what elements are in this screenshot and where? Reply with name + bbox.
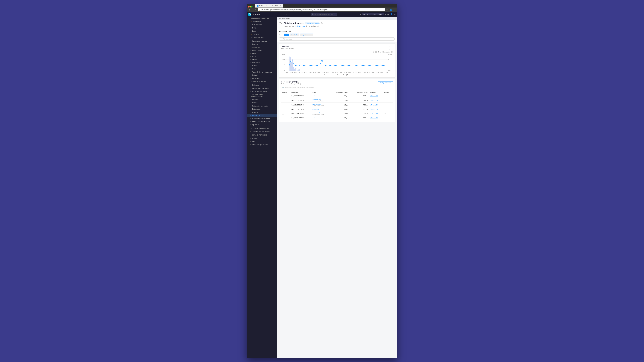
service-link-1[interactable]: 127.0.1.1:80 (370, 99, 378, 101)
view-tab-all[interactable]: All (284, 33, 289, 36)
sidebar-item-problems[interactable]: ★ Problems (247, 33, 277, 36)
name-link-3[interactable]: /index.html (312, 108, 320, 110)
col-service[interactable]: Service ↕ (369, 91, 383, 94)
sidebar-section-header-infrastructure[interactable]: ▼ Infrastructure (247, 36, 277, 39)
sidebar-item-session-segmentation[interactable]: Session segmentation (247, 143, 277, 146)
actions-btn-0[interactable]: ··· (384, 95, 386, 97)
show-data-retention-toggle[interactable] (373, 51, 377, 53)
sidebar-item-docker[interactable]: Docker (247, 64, 277, 67)
sidebar-item-metrics[interactable]: Metrics (247, 26, 277, 29)
sidebar-item-mobile[interactable]: Mobile (247, 137, 277, 140)
sidebar-item-profiling[interactable]: Profiling and optimization (247, 120, 277, 123)
col-response-time[interactable]: Response Time ↕ (330, 91, 349, 94)
expand-btn-3[interactable]: ▼ (282, 108, 284, 110)
data-retention-info-icon[interactable]: ℹ (391, 51, 393, 53)
service-link-2[interactable]: 127.0.1.1:80 (370, 104, 378, 106)
name-link-1[interactable]: /server-status (312, 99, 321, 100)
sidebar-item-frontend[interactable]: Frontend (247, 98, 277, 101)
sidebar-item-dashboards[interactable]: ★ Dashboards (247, 20, 277, 23)
traces-info-icon[interactable]: ℹ (300, 83, 301, 85)
view-tab-purepaths[interactable]: PurePaths (290, 33, 299, 36)
sidebar-item-cloud-foundry[interactable]: Cloud Foundry (247, 49, 277, 52)
global-search[interactable]: 🔍 Search DanielBalaz: wtt77482... (311, 13, 337, 16)
name-link-5[interactable]: /index.html (312, 117, 320, 119)
sidebar-item-azure[interactable]: Azure (247, 55, 277, 58)
sidebar-subsection-kubernetes[interactable]: ▼ Kubernetes (247, 46, 277, 49)
sidebar-item-data-explorer[interactable]: Data explorer (247, 23, 277, 26)
actions-btn-2[interactable]: ··· (384, 104, 386, 106)
col-name[interactable]: Name ↕ (312, 91, 330, 94)
sidebar-item-smartscape[interactable]: Smartscape topology (247, 39, 277, 43)
name-link-4[interactable]: /server-status (312, 112, 321, 114)
sidebar-item-technologies[interactable]: Technologies and processes (247, 70, 277, 74)
sidebar-item-databases[interactable]: Databases (247, 107, 277, 111)
name-link-0[interactable]: /index.html (312, 95, 320, 97)
sidebar-item-extensions[interactable]: Extensions (247, 77, 277, 80)
sidebar-item-hosts[interactable]: Hosts (247, 67, 277, 70)
expand-btn-0[interactable]: ▼ (282, 95, 284, 97)
service-link-3[interactable]: 127.0.1.1:80 (370, 108, 378, 110)
url-bar[interactable]: 🔒 wtt77482.live.dynatrace.com/ui/diagnos… (258, 8, 385, 11)
grid-view-icon[interactable]: ⊞ (387, 13, 389, 15)
actions-btn-4[interactable]: ··· (384, 112, 386, 115)
dot-yellow[interactable] (250, 6, 251, 7)
sidebar-item-orchestration[interactable]: Orchestration projects (247, 90, 277, 93)
name-link-2[interactable]: /server-status (312, 103, 321, 105)
profile-btn[interactable]: 👤 (389, 8, 392, 11)
sidebar-section-header-app-security[interactable]: ▼ Application Security (247, 126, 277, 130)
sidebar-item-slo[interactable]: Service-level objectives (247, 87, 277, 90)
sidebar-item-network[interactable]: Network (247, 74, 277, 77)
sidebar-item-queues[interactable]: Queues (247, 111, 277, 114)
expand-btn-1[interactable]: ▼ (282, 99, 284, 101)
expand-btn-4[interactable]: ▼ (282, 113, 284, 115)
sidebar-item-k8s-workloads[interactable]: Kubernetes workloads (247, 104, 277, 107)
col-start-time[interactable]: Start time ▲ (290, 91, 312, 94)
date-range[interactable]: Sep 17, 16:31 – Sep 19, 14:21 (362, 13, 384, 15)
service-link-4[interactable]: 127.0.1.1:80 (370, 113, 378, 114)
sidebar-item-synthetic[interactable]: Synthetic (247, 123, 277, 126)
sidebar-item-releases[interactable]: Releases (247, 84, 277, 87)
more-options-icon[interactable]: ⋯ (394, 13, 396, 15)
view-tab-ingested[interactable]: Ingested traces (300, 33, 313, 36)
expand-btn-2[interactable]: ▼ (282, 104, 284, 106)
browser-tab[interactable]: Distributed traces - DanielBal... ✕ (255, 4, 283, 7)
user-icon[interactable]: 👤 (390, 13, 392, 15)
expand-btn-5[interactable]: ▼ (282, 117, 284, 119)
sidebar-section-header-observe[interactable]: ▼ Observe and explore (247, 16, 277, 20)
grid-icon[interactable]: ⊞ (286, 13, 288, 15)
configure-columns-btn[interactable]: Configure columns (378, 81, 393, 84)
col-processing-time[interactable]: Processing time ↕ (349, 91, 369, 94)
sidebar-item-web[interactable]: Web (247, 140, 277, 143)
sidebar-item-vulnerabilities[interactable]: Third-party vulnerabilities (247, 130, 277, 133)
menu-btn[interactable]: ⋮ (393, 8, 396, 11)
sidebar-item-services[interactable]: Services (247, 101, 277, 104)
bookmark-btn[interactable]: ☆ (386, 8, 388, 11)
nav-right-btn[interactable]: › (385, 13, 386, 15)
search-bar[interactable]: 🔍 Search for names, http methods, and se… (281, 86, 393, 89)
sidebar-item-multidimensional[interactable]: Multidimensional analysis (247, 117, 277, 120)
sidebar-section-header-digital-experience[interactable]: ▼ Digital Experience (247, 133, 277, 137)
actions-btn-5[interactable]: ··· (384, 117, 386, 119)
forward-btn[interactable]: ▶ (251, 8, 254, 11)
sidebar-item-reports[interactable]: Reports (247, 43, 277, 46)
subtitle-link[interactable]: distributed traces (295, 25, 306, 27)
sidebar-item-vmware[interactable]: VMware (247, 58, 277, 61)
nav-left-btn[interactable]: ‹ (360, 13, 361, 15)
overview-more-btn[interactable]: ··· (389, 46, 393, 50)
back-btn[interactable]: ◀ (248, 8, 250, 11)
service-link-5[interactable]: 127.0.1.1:80 (370, 117, 378, 119)
sidebar-item-containers[interactable]: Containers (247, 61, 277, 64)
new-tab-btn[interactable]: + (283, 5, 287, 7)
sidebar-item-logs[interactable]: Logs (247, 29, 277, 33)
sidebar-item-aws[interactable]: AWS (247, 52, 277, 55)
sidebar-section-header-apps[interactable]: ▼ Applications & Microservices (247, 93, 277, 98)
sidebar-item-distributed-traces[interactable]: Distributed traces (247, 114, 277, 117)
nav-back-btn[interactable]: ← (283, 13, 285, 15)
filter-bar[interactable]: ▼ Filter requests (279, 37, 394, 40)
actions-btn-3[interactable]: ··· (384, 108, 386, 110)
dot-red[interactable] (248, 6, 250, 7)
sidebar-section-header-cloud-automation[interactable]: ▼ Cloud Automation (247, 80, 277, 84)
service-link-0[interactable]: 127.0.1.1:80 (370, 95, 378, 97)
refresh-btn[interactable]: ↻ (254, 8, 257, 11)
actions-btn-1[interactable]: ··· (384, 99, 386, 101)
